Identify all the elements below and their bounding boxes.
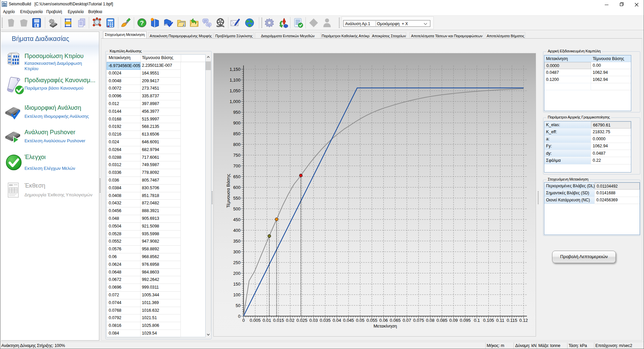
svg-text:0.03: 0.03 [309,318,318,323]
svg-text:50: 50 [236,303,240,308]
svg-text:750: 750 [233,153,240,158]
svg-text:0.075: 0.075 [413,318,424,323]
svg-text:Τέμνουσα Βάσης: Τέμνουσα Βάσης [226,173,231,208]
svg-text:0.05: 0.05 [356,318,364,323]
svg-text:100: 100 [233,292,240,297]
svg-text:?: ? [140,19,144,27]
svg-text:850: 850 [233,131,240,136]
svg-text:300: 300 [233,249,240,254]
svg-text:0.115: 0.115 [506,318,517,323]
svg-text:0.085: 0.085 [436,318,447,323]
svg-text:900: 900 [233,120,240,126]
svg-text:0.055: 0.055 [366,318,377,323]
svg-text:0.04: 0.04 [333,318,341,323]
svg-text:1,000: 1,000 [229,99,240,104]
svg-text:1,100: 1,100 [229,78,240,83]
svg-text:0: 0 [238,314,240,319]
svg-text:0.095: 0.095 [460,318,471,323]
svg-text:450: 450 [233,217,240,222]
svg-text:350: 350 [233,239,240,244]
svg-text:0.1: 0.1 [474,318,480,323]
svg-text:150: 150 [233,282,240,287]
svg-text:1,050: 1,050 [229,88,240,93]
svg-text:0.07: 0.07 [402,318,411,323]
svg-text:800: 800 [233,142,240,147]
svg-text:550: 550 [233,196,240,201]
svg-text:0.11: 0.11 [496,318,504,323]
svg-text:0.015: 0.015 [273,318,284,323]
svg-text:650: 650 [233,174,240,179]
svg-text:200: 200 [233,271,240,276]
svg-text:0.06: 0.06 [379,318,388,323]
svg-text:250: 250 [233,260,240,265]
svg-text:0.065: 0.065 [390,318,401,323]
svg-text:0.01: 0.01 [263,318,271,323]
svg-text:0.09: 0.09 [449,318,458,323]
svg-text:400: 400 [233,228,240,233]
svg-text:1,150: 1,150 [229,67,240,72]
svg-text:0.02: 0.02 [286,318,294,323]
svg-text:0.105: 0.105 [483,318,494,323]
svg-text:0.005: 0.005 [250,318,261,323]
svg-text:600: 600 [233,185,240,190]
svg-text:0: 0 [242,318,245,323]
svg-text:700: 700 [233,163,240,168]
svg-text:0.08: 0.08 [426,318,434,323]
svg-text:0.045: 0.045 [343,318,354,323]
svg-text:500: 500 [233,206,240,211]
svg-text:0.12: 0.12 [519,318,528,323]
svg-text:0.035: 0.035 [320,318,331,323]
svg-text:950: 950 [233,110,240,115]
svg-text:Μετακίνηση: Μετακίνηση [373,323,397,329]
svg-text:0.025: 0.025 [297,318,308,323]
